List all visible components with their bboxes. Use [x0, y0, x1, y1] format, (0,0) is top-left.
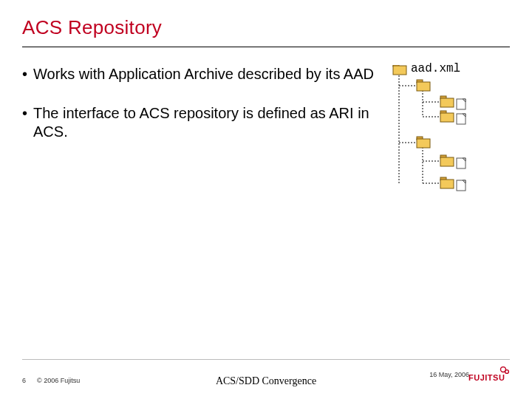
file-icon: [457, 158, 466, 168]
folder-icon: [440, 111, 454, 122]
bullet-item: • Works with Application Archive describ…: [22, 65, 377, 83]
bullet-text: Works with Application Archive described…: [33, 65, 374, 83]
folder-icon: [417, 80, 430, 91]
svg-rect-12: [417, 82, 430, 91]
svg-rect-20: [440, 157, 454, 166]
tree-diagram: aad.xml: [384, 65, 510, 198]
file-icon: [457, 114, 466, 124]
text-column: • Works with Application Archive describ…: [22, 65, 377, 198]
svg-point-32: [505, 370, 509, 374]
folder-icon: [417, 137, 430, 148]
folder-icon: [440, 96, 454, 107]
bullet-text: The interface to ACS repository is defin…: [33, 104, 377, 141]
bullet-item: • The interface to ACS repository is def…: [22, 104, 377, 141]
slide-title: ACS Repository: [22, 16, 510, 39]
folder-icon: [440, 155, 454, 166]
svg-rect-10: [393, 66, 406, 75]
folder-icon: [440, 177, 454, 188]
footer-rule: [22, 359, 510, 360]
body-row: • Works with Application Archive describ…: [22, 65, 510, 198]
logo-text: FUJITSU: [468, 373, 505, 382]
file-icon: [457, 99, 466, 109]
footer-center: ACS/SDD Convergence: [216, 375, 316, 387]
title-rule: [22, 47, 510, 47]
file-icon: [457, 180, 466, 191]
svg-rect-16: [440, 113, 454, 122]
folder-icon: [393, 65, 406, 75]
copyright: © 2006 Fujitsu: [37, 377, 80, 384]
folder-tree-icon: [384, 65, 510, 198]
page-number: 6: [22, 377, 26, 384]
footer-date: 16 May, 2006: [429, 371, 469, 378]
svg-rect-22: [440, 180, 454, 188]
fujitsu-logo: FUJITSU: [468, 366, 510, 386]
footer: 6 © 2006 Fujitsu ACS/SDD Convergence 16 …: [0, 365, 532, 389]
bullet-dot: •: [22, 104, 27, 141]
bullet-dot: •: [22, 65, 27, 83]
svg-rect-14: [440, 98, 454, 107]
svg-rect-18: [417, 139, 430, 148]
